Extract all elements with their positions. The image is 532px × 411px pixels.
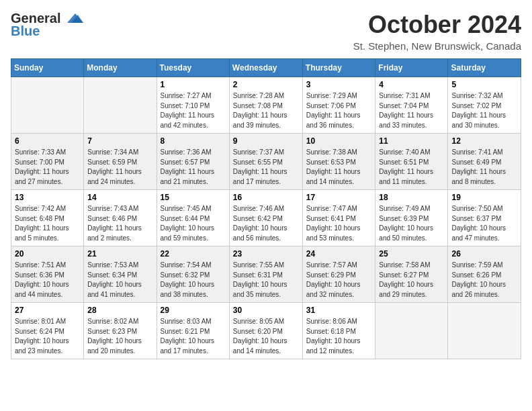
calendar-cell: 26Sunrise: 7:59 AM Sunset: 6:26 PM Dayli…	[448, 246, 521, 303]
day-number: 14	[87, 193, 152, 202]
calendar-cell: 18Sunrise: 7:49 AM Sunset: 6:39 PM Dayli…	[375, 190, 448, 246]
calendar-cell: 13Sunrise: 7:42 AM Sunset: 6:48 PM Dayli…	[11, 190, 84, 246]
title-area: October 2024 St. Stephen, New Brunswick,…	[353, 11, 521, 52]
day-number: 28	[87, 306, 152, 315]
calendar-cell: 29Sunrise: 8:03 AM Sunset: 6:21 PM Dayli…	[157, 303, 229, 359]
day-info: Sunrise: 8:01 AM Sunset: 6:24 PM Dayligh…	[15, 317, 80, 356]
day-number: 27	[15, 306, 80, 315]
calendar-cell: 12Sunrise: 7:41 AM Sunset: 6:49 PM Dayli…	[448, 134, 521, 190]
month-title: October 2024	[353, 11, 521, 39]
calendar-cell: 5Sunrise: 7:32 AM Sunset: 7:02 PM Daylig…	[448, 77, 521, 134]
day-info: Sunrise: 7:53 AM Sunset: 6:34 PM Dayligh…	[87, 261, 152, 300]
day-number: 13	[15, 193, 80, 202]
day-info: Sunrise: 7:45 AM Sunset: 6:44 PM Dayligh…	[161, 204, 226, 243]
calendar-cell: 6Sunrise: 7:33 AM Sunset: 7:00 PM Daylig…	[11, 134, 84, 190]
day-number: 17	[306, 193, 372, 202]
calendar-table: SundayMondayTuesdayWednesdayThursdayFrid…	[11, 58, 521, 359]
day-info: Sunrise: 7:46 AM Sunset: 6:42 PM Dayligh…	[233, 204, 299, 243]
calendar-cell: 2Sunrise: 7:28 AM Sunset: 7:08 PM Daylig…	[229, 77, 302, 134]
day-info: Sunrise: 7:55 AM Sunset: 6:31 PM Dayligh…	[233, 261, 299, 300]
weekday-header-thursday: Thursday	[302, 59, 375, 77]
calendar-cell: 10Sunrise: 7:38 AM Sunset: 6:53 PM Dayli…	[302, 134, 375, 190]
calendar-cell: 9Sunrise: 7:37 AM Sunset: 6:55 PM Daylig…	[229, 134, 302, 190]
day-info: Sunrise: 7:43 AM Sunset: 6:46 PM Dayligh…	[87, 204, 152, 243]
day-number: 26	[451, 249, 517, 259]
day-number: 18	[379, 193, 444, 202]
day-info: Sunrise: 7:32 AM Sunset: 7:02 PM Dayligh…	[451, 91, 517, 130]
day-info: Sunrise: 7:38 AM Sunset: 6:53 PM Dayligh…	[306, 148, 372, 187]
day-number: 9	[233, 136, 299, 146]
day-number: 15	[161, 193, 226, 202]
day-number: 7	[87, 136, 152, 146]
calendar-cell: 24Sunrise: 7:57 AM Sunset: 6:29 PM Dayli…	[302, 246, 375, 303]
day-number: 3	[306, 80, 372, 89]
calendar-cell: 16Sunrise: 7:46 AM Sunset: 6:42 PM Dayli…	[229, 190, 302, 246]
day-info: Sunrise: 8:06 AM Sunset: 6:18 PM Dayligh…	[306, 317, 372, 356]
day-info: Sunrise: 7:36 AM Sunset: 6:57 PM Dayligh…	[161, 148, 226, 187]
calendar-cell: 11Sunrise: 7:40 AM Sunset: 6:51 PM Dayli…	[375, 134, 448, 190]
day-info: Sunrise: 7:54 AM Sunset: 6:32 PM Dayligh…	[161, 261, 226, 300]
calendar-cell: 25Sunrise: 7:58 AM Sunset: 6:27 PM Dayli…	[375, 246, 448, 303]
calendar-cell: 30Sunrise: 8:05 AM Sunset: 6:20 PM Dayli…	[229, 303, 302, 359]
calendar-cell: 8Sunrise: 7:36 AM Sunset: 6:57 PM Daylig…	[157, 134, 229, 190]
weekday-header-tuesday: Tuesday	[157, 59, 229, 77]
day-number: 6	[15, 136, 80, 146]
calendar-cell: 7Sunrise: 7:34 AM Sunset: 6:59 PM Daylig…	[84, 134, 157, 190]
day-number: 12	[451, 136, 517, 146]
day-number: 29	[161, 306, 226, 315]
calendar-cell: 3Sunrise: 7:29 AM Sunset: 7:06 PM Daylig…	[302, 77, 375, 134]
logo: General Blue	[11, 11, 83, 39]
calendar-cell: 20Sunrise: 7:51 AM Sunset: 6:36 PM Dayli…	[11, 246, 84, 303]
day-info: Sunrise: 7:29 AM Sunset: 7:06 PM Dayligh…	[306, 91, 372, 130]
calendar-cell	[375, 303, 448, 359]
day-number: 1	[161, 80, 226, 89]
day-info: Sunrise: 7:33 AM Sunset: 7:00 PM Dayligh…	[15, 148, 80, 187]
day-info: Sunrise: 7:37 AM Sunset: 6:55 PM Dayligh…	[233, 148, 299, 187]
day-number: 4	[379, 80, 444, 89]
day-info: Sunrise: 7:51 AM Sunset: 6:36 PM Dayligh…	[15, 261, 80, 300]
day-info: Sunrise: 8:03 AM Sunset: 6:21 PM Dayligh…	[161, 317, 226, 356]
logo-icon	[62, 11, 83, 26]
calendar-cell: 23Sunrise: 7:55 AM Sunset: 6:31 PM Dayli…	[229, 246, 302, 303]
calendar-cell	[448, 303, 521, 359]
day-number: 10	[306, 136, 372, 146]
weekday-header-monday: Monday	[84, 59, 157, 77]
day-info: Sunrise: 8:02 AM Sunset: 6:23 PM Dayligh…	[87, 317, 152, 356]
day-info: Sunrise: 7:57 AM Sunset: 6:29 PM Dayligh…	[306, 261, 372, 300]
day-info: Sunrise: 7:59 AM Sunset: 6:26 PM Dayligh…	[451, 261, 517, 300]
calendar-cell: 15Sunrise: 7:45 AM Sunset: 6:44 PM Dayli…	[157, 190, 229, 246]
calendar-cell: 21Sunrise: 7:53 AM Sunset: 6:34 PM Dayli…	[84, 246, 157, 303]
day-number: 16	[233, 193, 299, 202]
logo-blue-text: Blue	[11, 24, 40, 39]
day-number: 20	[15, 249, 80, 259]
location: St. Stephen, New Brunswick, Canada	[353, 40, 521, 52]
day-info: Sunrise: 7:31 AM Sunset: 7:04 PM Dayligh…	[379, 91, 444, 130]
day-number: 8	[161, 136, 226, 146]
calendar-cell: 14Sunrise: 7:43 AM Sunset: 6:46 PM Dayli…	[84, 190, 157, 246]
day-number: 2	[233, 80, 299, 89]
day-number: 24	[306, 249, 372, 259]
calendar-cell: 19Sunrise: 7:50 AM Sunset: 6:37 PM Dayli…	[448, 190, 521, 246]
calendar-cell: 22Sunrise: 7:54 AM Sunset: 6:32 PM Dayli…	[157, 246, 229, 303]
day-info: Sunrise: 7:28 AM Sunset: 7:08 PM Dayligh…	[233, 91, 299, 130]
day-info: Sunrise: 7:42 AM Sunset: 6:48 PM Dayligh…	[15, 204, 80, 243]
calendar-cell: 17Sunrise: 7:47 AM Sunset: 6:41 PM Dayli…	[302, 190, 375, 246]
day-info: Sunrise: 7:34 AM Sunset: 6:59 PM Dayligh…	[87, 148, 152, 187]
day-number: 11	[379, 136, 444, 146]
calendar-cell: 1Sunrise: 7:27 AM Sunset: 7:10 PM Daylig…	[157, 77, 229, 134]
day-info: Sunrise: 7:50 AM Sunset: 6:37 PM Dayligh…	[451, 204, 517, 243]
calendar-cell: 31Sunrise: 8:06 AM Sunset: 6:18 PM Dayli…	[302, 303, 375, 359]
calendar-cell: 28Sunrise: 8:02 AM Sunset: 6:23 PM Dayli…	[84, 303, 157, 359]
day-info: Sunrise: 7:47 AM Sunset: 6:41 PM Dayligh…	[306, 204, 372, 243]
calendar-cell	[84, 77, 157, 134]
day-info: Sunrise: 7:40 AM Sunset: 6:51 PM Dayligh…	[379, 148, 444, 187]
day-info: Sunrise: 7:41 AM Sunset: 6:49 PM Dayligh…	[451, 148, 517, 187]
day-number: 22	[161, 249, 226, 259]
day-info: Sunrise: 8:05 AM Sunset: 6:20 PM Dayligh…	[233, 317, 299, 356]
day-info: Sunrise: 7:49 AM Sunset: 6:39 PM Dayligh…	[379, 204, 444, 243]
calendar-cell: 27Sunrise: 8:01 AM Sunset: 6:24 PM Dayli…	[11, 303, 84, 359]
weekday-header-friday: Friday	[375, 59, 448, 77]
day-number: 31	[306, 306, 372, 315]
weekday-header-sunday: Sunday	[11, 59, 84, 77]
day-info: Sunrise: 7:27 AM Sunset: 7:10 PM Dayligh…	[161, 91, 226, 130]
